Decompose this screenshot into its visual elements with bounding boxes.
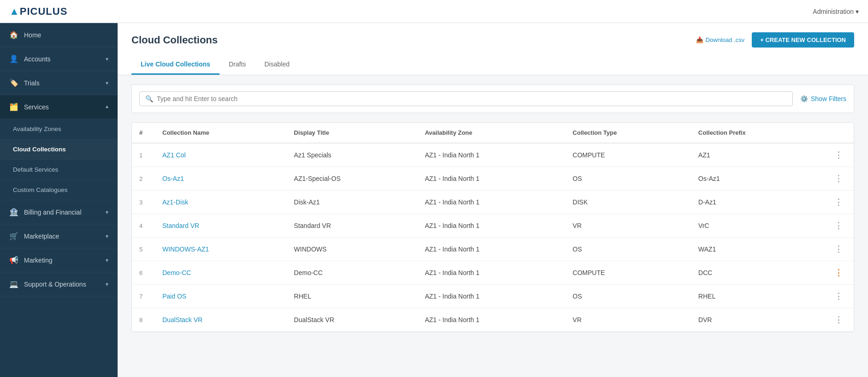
search-input[interactable] [157, 95, 787, 102]
col-header-actions [823, 123, 854, 143]
cell-num: 8 [132, 308, 155, 332]
sidebar-item-support[interactable]: 💻 Support & Operations ▾ [0, 272, 118, 296]
show-filters-label: Show Filters [811, 95, 846, 102]
cell-az: AZ1 - India North 1 [417, 214, 565, 238]
collection-name-link[interactable]: Demo-CC [162, 269, 191, 276]
sidebar-item-services[interactable]: 🗂️ Services ▾ [0, 95, 118, 119]
billing-chevron-icon: ▾ [106, 209, 108, 215]
col-header-num: # [132, 123, 155, 143]
cell-display-title: RHEL [286, 285, 417, 308]
cell-az: AZ1 - India North 1 [417, 285, 565, 308]
sidebar-item-trials[interactable]: 🏷️ Trials ▾ [0, 71, 118, 95]
collections-table-container: # Collection Name Display Title Availabi… [131, 122, 854, 332]
sidebar: 🏠 Home 👤 Accounts ▾ 🏷️ Trials ▾ 🗂️ Ser [0, 23, 118, 377]
cell-name: Demo-CC [155, 261, 286, 285]
cell-name: Az1-Disk [155, 191, 286, 214]
marketing-icon: 📢 [9, 256, 18, 264]
collection-name-link[interactable]: AZ1 Col [162, 151, 186, 159]
cell-type: VR [565, 308, 691, 332]
default-services-label: Default Services [13, 166, 58, 173]
download-label: Download .csv [706, 36, 745, 43]
table-row: 7Paid OSRHELAZ1 - India North 1OSRHEL⋮ [132, 285, 854, 308]
cell-az: AZ1 - India North 1 [417, 238, 565, 261]
services-icon: 🗂️ [9, 102, 18, 111]
sidebar-label-home: Home [24, 31, 41, 39]
page-title-row: Cloud Collections 📥 Download .csv + CREA… [131, 32, 854, 48]
collection-name-link[interactable]: Paid OS [162, 293, 186, 300]
show-filters-button[interactable]: ⚙️ Show Filters [800, 95, 846, 102]
layout: 🏠 Home 👤 Accounts ▾ 🏷️ Trials ▾ 🗂️ Ser [0, 23, 868, 377]
services-chevron-icon: ▾ [106, 104, 108, 110]
more-options-button[interactable]: ⋮ [831, 219, 846, 232]
cell-num: 7 [132, 285, 155, 308]
tab-live[interactable]: Live Cloud Collections [131, 55, 220, 75]
tab-drafts[interactable]: Drafts [220, 55, 255, 75]
admin-chevron-icon: ▾ [856, 8, 859, 15]
search-wrapper: 🔍 [139, 91, 793, 106]
create-collection-button[interactable]: + CREATE NEW COLLECTION [752, 32, 854, 48]
collection-name-link[interactable]: Os-Az1 [162, 175, 184, 182]
table-row: 2Os-Az1AZ1-Special-OSAZ1 - India North 1… [132, 167, 854, 191]
sidebar-item-marketplace[interactable]: 🛒 Marketplace ▾ [0, 224, 118, 248]
sidebar-item-availability-zones[interactable]: Availability Zones [0, 119, 118, 139]
sidebar-item-billing[interactable]: 🏦 Billing and Financial ▾ [0, 200, 118, 224]
cell-actions: ⋮ [823, 261, 854, 285]
more-options-button[interactable]: ⋮ [831, 290, 846, 303]
page-title: Cloud Collections [131, 34, 218, 46]
cell-actions: ⋮ [823, 214, 854, 238]
cell-num: 6 [132, 261, 155, 285]
sidebar-label-marketplace: Marketplace [24, 233, 59, 240]
more-options-button[interactable]: ⋮ [831, 172, 846, 185]
accounts-chevron-icon: ▾ [106, 56, 108, 62]
collection-name-link[interactable]: Az1-Disk [162, 198, 188, 206]
trials-chevron-icon: ▾ [106, 80, 108, 86]
sidebar-item-custom-catalogues[interactable]: Custom Catalogues [0, 180, 118, 200]
collection-name-link[interactable]: DualStack VR [162, 316, 202, 323]
cell-name: Os-Az1 [155, 167, 286, 191]
cell-num: 1 [132, 143, 155, 167]
cell-prefix: WAZ1 [691, 238, 823, 261]
cell-type: DISK [565, 191, 691, 214]
cell-num: 2 [132, 167, 155, 191]
collection-name-link[interactable]: Standard VR [162, 222, 199, 229]
support-icon: 💻 [9, 280, 18, 288]
cell-prefix: Os-Az1 [691, 167, 823, 191]
sidebar-label-trials: Trials [24, 79, 40, 87]
table-row: 5WINDOWS-AZ1WINDOWSAZ1 - India North 1OS… [132, 238, 854, 261]
col-header-az: Availability Zone [417, 123, 565, 143]
sidebar-item-accounts[interactable]: 👤 Accounts ▾ [0, 47, 118, 71]
cell-name: DualStack VR [155, 308, 286, 332]
more-options-button[interactable]: ⋮ [831, 243, 846, 256]
cell-display-title: Standard VR [286, 214, 417, 238]
tab-disabled[interactable]: Disabled [255, 55, 298, 75]
more-options-button[interactable]: ⋮ [831, 149, 846, 162]
cell-actions: ⋮ [823, 167, 854, 191]
main-content: Cloud Collections 📥 Download .csv + CREA… [118, 23, 868, 377]
col-header-prefix: Collection Prefix [691, 123, 823, 143]
cell-prefix: D-Az1 [691, 191, 823, 214]
more-options-button[interactable]: ⋮ [831, 196, 846, 209]
more-options-button[interactable]: ⋮ [831, 313, 846, 326]
cell-az: AZ1 - India North 1 [417, 191, 565, 214]
admin-button[interactable]: Administration ▾ [813, 8, 859, 15]
create-label: + CREATE NEW COLLECTION [760, 36, 846, 43]
download-csv-button[interactable]: 📥 Download .csv [696, 36, 745, 43]
cell-az: AZ1 - India North 1 [417, 167, 565, 191]
cell-num: 3 [132, 191, 155, 214]
cell-name: Standard VR [155, 214, 286, 238]
cell-actions: ⋮ [823, 238, 854, 261]
cell-az: AZ1 - India North 1 [417, 261, 565, 285]
trials-icon: 🏷️ [9, 78, 18, 87]
sidebar-item-default-services[interactable]: Default Services [0, 160, 118, 180]
collection-name-link[interactable]: WINDOWS-AZ1 [162, 245, 209, 253]
admin-label: Administration [813, 8, 854, 15]
cell-actions: ⋮ [823, 191, 854, 214]
sidebar-item-cloud-collections[interactable]: Cloud Collections [0, 139, 118, 160]
more-options-button[interactable]: ⋮ [831, 266, 846, 279]
sidebar-item-marketing[interactable]: 📢 Marketing ▾ [0, 248, 118, 272]
table-row: 3Az1-DiskDisk-Az1AZ1 - India North 1DISK… [132, 191, 854, 214]
cell-name: AZ1 Col [155, 143, 286, 167]
table-row: 1AZ1 ColAz1 SpecialsAZ1 - India North 1C… [132, 143, 854, 167]
sidebar-item-home[interactable]: 🏠 Home [0, 23, 118, 47]
cell-num: 5 [132, 238, 155, 261]
